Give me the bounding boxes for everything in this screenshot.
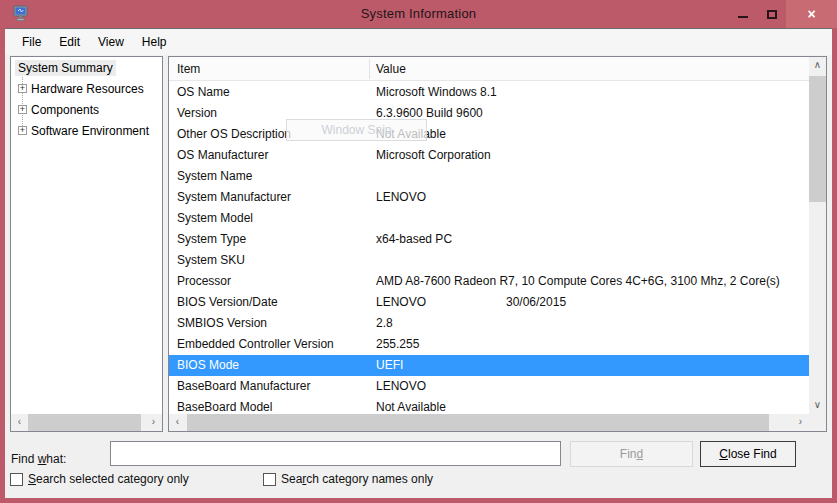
value-cell: Microsoft Corporation — [376, 145, 807, 166]
minimize-icon — [738, 16, 748, 18]
tree-hscroll-thumb[interactable] — [28, 414, 141, 431]
item-cell: BaseBoard Manufacturer — [177, 376, 310, 397]
find-what-label: Find what: — [11, 447, 66, 472]
list-vertical-scrollbar[interactable]: ∧ ∨ — [809, 57, 826, 414]
table-row[interactable]: OS ManufacturerMicrosoft Corporation — [169, 145, 809, 166]
item-cell: SMBIOS Version — [177, 313, 267, 334]
table-row[interactable]: System ManufacturerLENOVO — [169, 187, 809, 208]
menu-item-file[interactable]: File — [13, 31, 50, 53]
table-row[interactable]: BIOS ModeUEFI — [169, 355, 809, 376]
scrollbar-corner — [809, 414, 826, 431]
table-row[interactable]: BaseBoard ManufacturerLENOVO — [169, 376, 809, 397]
scroll-left-icon[interactable]: ‹ — [11, 414, 28, 431]
find-input[interactable] — [110, 441, 561, 466]
table-row[interactable]: BIOS Version/DateLENOVO30/06/2015 — [169, 292, 809, 313]
tree-item-label: Components — [31, 103, 99, 117]
scroll-up-icon[interactable]: ∧ — [809, 57, 826, 74]
tree-item-components[interactable]: +Components — [11, 100, 162, 120]
column-separator[interactable] — [369, 59, 370, 79]
expand-plus-icon[interactable]: + — [18, 105, 27, 114]
table-row[interactable]: Other OS DescriptionNot Available — [169, 124, 809, 145]
menu-item-view[interactable]: View — [89, 31, 133, 53]
window-snip-ghost: Window Snip — [286, 119, 427, 141]
tree-item-label: Software Environment — [31, 124, 149, 138]
list-vscroll-thumb[interactable] — [809, 76, 826, 202]
maximize-button[interactable] — [757, 0, 786, 28]
table-row[interactable]: System Model — [169, 208, 809, 229]
item-cell: Processor — [177, 271, 231, 292]
search-category-names-label[interactable]: Search category names only — [281, 472, 433, 486]
item-cell: Other OS Description — [177, 124, 291, 145]
value-cell: LENOVO — [376, 376, 807, 397]
list-hscroll-thumb[interactable] — [187, 414, 769, 431]
item-cell: System Manufacturer — [177, 187, 291, 208]
tree-item-system-summary[interactable]: System Summary — [11, 58, 162, 78]
find-button[interactable]: Find — [570, 441, 693, 467]
table-row[interactable]: OS NameMicrosoft Windows 8.1 — [169, 82, 809, 103]
tree-item-label: Hardware Resources — [31, 82, 144, 96]
category-tree-panel: System Summary+Hardware Resources+Compon… — [10, 56, 163, 432]
value-cell: 2.8 — [376, 313, 807, 334]
search-category-names-checkbox[interactable] — [263, 473, 276, 486]
tree-item-software-environment[interactable]: +Software Environment — [11, 121, 162, 141]
window-controls: × — [728, 0, 837, 28]
table-row[interactable]: BaseBoard ModelNot Available — [169, 397, 809, 414]
client-area: FileEditViewHelp System Summary+Hardware… — [5, 28, 832, 498]
tree-horizontal-scrollbar[interactable]: ‹ › — [11, 414, 162, 431]
value-cell: x64-based PC — [376, 229, 807, 250]
window-title: System Information — [0, 6, 837, 21]
value-cell: Not Available — [376, 397, 807, 414]
menubar: FileEditViewHelp — [5, 29, 832, 55]
item-cell: Version — [177, 103, 217, 124]
tree-item-hardware-resources[interactable]: +Hardware Resources — [11, 79, 162, 99]
expand-plus-icon[interactable]: + — [18, 126, 27, 135]
item-cell: System SKU — [177, 250, 245, 271]
item-cell: System Type — [177, 229, 246, 250]
search-selected-category-label[interactable]: Search selected category only — [28, 472, 189, 486]
value-cell: 6.3.9600 Build 9600 — [376, 103, 807, 124]
expand-plus-icon[interactable]: + — [18, 84, 27, 93]
value-cell: Microsoft Windows 8.1 — [376, 82, 807, 103]
close-icon: × — [807, 6, 815, 22]
list-horizontal-scrollbar[interactable]: ‹ › — [169, 414, 809, 431]
scroll-right-icon[interactable]: › — [145, 414, 162, 431]
system-information-window: System Information × FileEditViewHelp Sy… — [0, 0, 837, 503]
value-cell: 255.255 — [376, 334, 807, 355]
item-cell: OS Name — [177, 82, 230, 103]
titlebar[interactable]: System Information × — [0, 0, 837, 28]
scroll-left-icon[interactable]: ‹ — [169, 414, 186, 431]
column-header-value[interactable]: Value — [376, 57, 406, 81]
table-row[interactable]: Version6.3.9600 Build 9600 — [169, 103, 809, 124]
search-selected-category-option[interactable]: Search selected category only — [10, 472, 189, 488]
value-date-cell: 30/06/2015 — [506, 292, 566, 313]
item-cell: System Model — [177, 208, 253, 229]
menu-item-help[interactable]: Help — [133, 31, 176, 53]
item-cell: OS Manufacturer — [177, 145, 268, 166]
item-cell: BIOS Mode — [177, 355, 239, 376]
table-row[interactable]: Embedded Controller Version255.255 — [169, 334, 809, 355]
tree-item-label: System Summary — [15, 60, 116, 76]
table-row[interactable]: System Name — [169, 166, 809, 187]
list-header: Item Value — [169, 57, 809, 81]
menu-item-edit[interactable]: Edit — [50, 31, 89, 53]
value-cell: Not Available — [376, 124, 807, 145]
close-find-button[interactable]: Close Find — [700, 441, 796, 467]
table-row[interactable]: ProcessorAMD A8-7600 Radeon R7, 10 Compu… — [169, 271, 809, 292]
details-list-panel: Item Value OS NameMicrosoft Windows 8.1V… — [168, 56, 827, 432]
item-cell: Embedded Controller Version — [177, 334, 334, 355]
table-row[interactable]: SMBIOS Version2.8 — [169, 313, 809, 334]
close-button[interactable]: × — [786, 0, 837, 28]
scroll-down-icon[interactable]: ∨ — [809, 397, 826, 414]
table-row[interactable]: System Typex64-based PC — [169, 229, 809, 250]
value-cell: UEFI — [376, 355, 807, 376]
search-selected-category-checkbox[interactable] — [10, 473, 23, 486]
table-row[interactable]: System SKU — [169, 250, 809, 271]
item-cell: BIOS Version/Date — [177, 292, 278, 313]
category-tree: System Summary+Hardware Resources+Compon… — [11, 57, 162, 414]
search-category-names-option[interactable]: Search category names only — [263, 472, 433, 488]
scroll-right-icon[interactable]: › — [792, 414, 809, 431]
value-cell: LENOVO — [376, 187, 807, 208]
details-rows: OS NameMicrosoft Windows 8.1Version6.3.9… — [169, 82, 809, 414]
column-header-item[interactable]: Item — [177, 57, 200, 81]
minimize-button[interactable] — [728, 0, 757, 28]
